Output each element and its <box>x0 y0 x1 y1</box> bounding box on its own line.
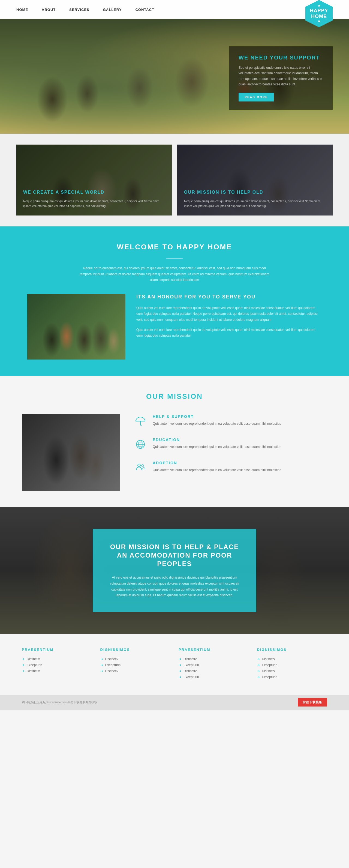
footer-col-3-item-3[interactable]: Distinctiv <box>179 669 249 673</box>
card-1-overlay: WE CREATE A SPECIAL WORLD Neque porro qu… <box>17 145 172 216</box>
nav-item-contact[interactable]: CONTACT <box>135 7 154 12</box>
logo-line1: HAPPY <box>310 8 328 13</box>
welcome-honour-title: ITS AN HONOUR FOR YOU TO SERVE YOU <box>136 294 322 300</box>
read-more-button[interactable]: READ MORE <box>239 93 274 101</box>
footer-section: PRAESENTIUM Distinctiv Excepturin Distin… <box>0 634 349 695</box>
footer-col-2-link-3[interactable]: Distinctiv <box>105 669 118 673</box>
dark-section: OUR MISSION IS TO HELP & PLACE AN ACCOMO… <box>0 507 349 634</box>
nav-link-home[interactable]: HOME <box>17 8 28 12</box>
footer-col-4-link-1[interactable]: Distinctiv <box>262 657 275 661</box>
footer-col-1-title: PRAESENTIUM <box>22 648 92 652</box>
card-2-title: OUR MISSION IS TO HELP OLD <box>184 190 326 195</box>
welcome-title: WELCOME TO HAPPY HOME <box>27 243 322 251</box>
welcome-divider <box>166 258 183 258</box>
dark-section-title: OUR MISSION IS TO HELP & PLACE AN ACCOMO… <box>109 542 240 568</box>
footer-col-4-item-1[interactable]: Distinctiv <box>257 657 327 661</box>
cards-section: WE CREATE A SPECIAL WORLD Neque porro qu… <box>0 134 349 226</box>
mission-image <box>22 414 120 491</box>
card-1-description: Neque porro quisquam est qui dolores ips… <box>23 198 165 209</box>
footer-col-4-link-4[interactable]: Excepturin <box>262 675 278 679</box>
footer-col-1: PRAESENTIUM Distinctiv Excepturin Distin… <box>22 648 92 681</box>
footer-col-2-title: DIGNISSIMOS <box>100 648 171 652</box>
footer-col-4-item-4[interactable]: Excepturin <box>257 675 327 679</box>
footer-col-3-link-1[interactable]: Distinctiv <box>184 657 197 661</box>
mission-item-3-title: ADOPTION <box>153 461 281 465</box>
footer-col-2-item-1[interactable]: Distinctiv <box>100 657 171 661</box>
welcome-subtitle: Neque porro quisquam est, qui dolores ip… <box>79 266 270 283</box>
footer-col-2-item-3[interactable]: Distinctiv <box>100 669 171 673</box>
footer-col-3-item-2[interactable]: Excepturin <box>179 663 249 667</box>
footer-col-4-link-3[interactable]: Distinctiv <box>262 669 275 673</box>
footer-col-4-item-2[interactable]: Excepturin <box>257 663 327 667</box>
card-1-title: WE CREATE A SPECIAL WORLD <box>23 190 165 195</box>
footer-col-1-link-1[interactable]: Distinctiv <box>27 657 40 661</box>
nav-item-home[interactable]: HOME <box>17 7 28 12</box>
welcome-image-people <box>27 294 125 360</box>
footer-col-3: PRAESENTIUM Distinctiv Excepturin Distin… <box>179 648 249 681</box>
footer-col-3-list: Distinctiv Excepturin Distinctiv Exceptu… <box>179 657 249 679</box>
mission-item-3-desc: Quis autem vel eum iure reprehenderit qu… <box>153 467 281 473</box>
mission-section: OUR MISSION HELP & SUPPORT Quis autem ve… <box>0 376 349 507</box>
welcome-section: WELCOME TO HAPPY HOME Neque porro quisqu… <box>0 226 349 376</box>
footer-col-4: DIGNISSIMOS Distinctiv Excepturin Distin… <box>257 648 327 681</box>
footer-col-4-link-2[interactable]: Excepturin <box>262 663 278 667</box>
footer-col-1-item-3[interactable]: Distinctiv <box>22 669 92 673</box>
logo-line2: HOME <box>311 13 327 19</box>
nav-item-services[interactable]: SERVICES <box>69 7 89 12</box>
hero-section: WE NEED YOUR SUPPORT Sed ut perspiciatis… <box>0 19 349 134</box>
hero-title: WE NEED YOUR SUPPORT <box>239 55 323 61</box>
hero-description: Sed ut perspiciatis unde omnis iste natu… <box>239 65 323 87</box>
footer-col-3-link-2[interactable]: Excepturin <box>184 663 199 667</box>
card-2-overlay: OUR MISSION IS TO HELP OLD Neque porro q… <box>177 145 332 216</box>
mission-items: HELP & SUPPORT Quis autem vel eum iure r… <box>134 414 327 484</box>
footer-col-2-link-2[interactable]: Excepturin <box>105 663 121 667</box>
hero-overlay: WE NEED YOUR SUPPORT Sed ut perspiciatis… <box>229 46 332 110</box>
dark-section-box: OUR MISSION IS TO HELP & PLACE AN ACCOMO… <box>93 529 256 612</box>
nav-links: HOME ABOUT SERVICES GALLERY CONTACT <box>17 7 332 12</box>
mission-item-3: ADOPTION Quis autem vel eum iure reprehe… <box>134 461 327 474</box>
footer-col-2-list: Distinctiv Excepturin Distinctiv <box>100 657 171 673</box>
footer-col-2-item-2[interactable]: Excepturin <box>100 663 171 667</box>
logo-ornament-bottom: ❋ <box>318 20 320 23</box>
mission-item-1-title: HELP & SUPPORT <box>153 414 281 419</box>
mission-item-2: EDUCATION Quis autem vel eum iure repreh… <box>134 438 327 451</box>
footer-col-3-item-4[interactable]: Excepturin <box>179 675 249 679</box>
mission-image-people <box>22 414 120 491</box>
nav-item-gallery[interactable]: GALLERY <box>103 7 122 12</box>
mission-item-2-title: EDUCATION <box>153 438 281 442</box>
mission-item-1-desc: Quis autem vel eum iure reprehenderit qu… <box>153 421 281 426</box>
footer-col-3-link-4[interactable]: Excepturin <box>184 675 199 679</box>
nav-link-about[interactable]: ABOUT <box>42 8 56 12</box>
footer-col-4-item-3[interactable]: Distinctiv <box>257 669 327 673</box>
card-2: OUR MISSION IS TO HELP OLD Neque porro q… <box>177 145 332 216</box>
mission-item-3-text: ADOPTION Quis autem vel eum iure reprehe… <box>153 461 281 473</box>
footer-col-3-item-1[interactable]: Distinctiv <box>179 657 249 661</box>
footer-col-2-link-1[interactable]: Distinctiv <box>105 657 118 661</box>
footer-col-3-title: PRAESENTIUM <box>179 648 249 652</box>
mission-title: OUR MISSION <box>22 392 327 401</box>
mission-item-2-text: EDUCATION Quis autem vel eum iure repreh… <box>153 438 281 450</box>
umbrella-icon <box>134 414 147 428</box>
footer-col-1-item-2[interactable]: Excepturin <box>22 663 92 667</box>
nav-link-services[interactable]: SERVICES <box>69 8 89 12</box>
footer-col-1-link-3[interactable]: Distinctiv <box>27 669 40 673</box>
mission-item-1: HELP & SUPPORT Quis autem vel eum iure r… <box>134 414 327 428</box>
dark-section-description: At vero eos et accusamus et iusto odio d… <box>109 575 240 598</box>
svg-point-6 <box>138 464 140 467</box>
bottom-bar: 访问电脑社区论坛bbs.xieniao.com买卖下载更多网页模板 前往下载模板 <box>0 695 349 710</box>
nav-link-gallery[interactable]: GALLERY <box>103 8 122 12</box>
footer-col-1-item-1[interactable]: Distinctiv <box>22 657 92 661</box>
footer-col-3-link-3[interactable]: Distinctiv <box>184 669 197 673</box>
logo-ornament-top: ❋ <box>318 4 320 7</box>
globe-icon <box>134 438 147 451</box>
footer-col-1-list: Distinctiv Excepturin Distinctiv <box>22 657 92 673</box>
card-2-description: Neque porro quisquam est qui dolores ips… <box>184 198 326 209</box>
footer-col-1-link-2[interactable]: Excepturin <box>27 663 42 667</box>
nav-item-about[interactable]: ABOUT <box>42 7 56 12</box>
mission-item-2-desc: Quis autem vel eum iure reprehenderit qu… <box>153 444 281 450</box>
download-button[interactable]: 前往下载模板 <box>298 698 327 707</box>
mission-item-1-text: HELP & SUPPORT Quis autem vel eum iure r… <box>153 414 281 426</box>
bottom-bar-text: 访问电脑社区论坛bbs.xieniao.com买卖下载更多网页模板 <box>22 700 98 704</box>
footer-col-4-title: DIGNISSIMOS <box>257 648 327 652</box>
nav-link-contact[interactable]: CONTACT <box>135 8 154 12</box>
